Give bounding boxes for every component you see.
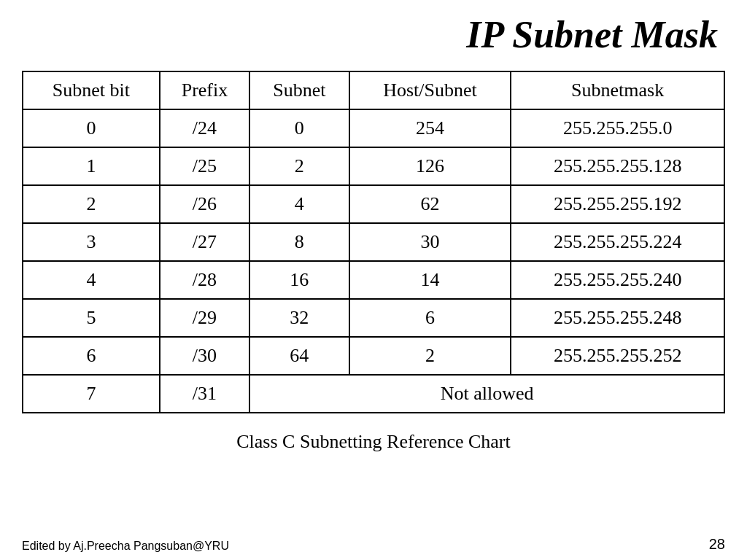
cell-subnetmask: 255.255.255.248 <box>511 299 724 337</box>
cell-subnetmask: 255.255.255.128 <box>511 147 724 185</box>
cell-host-subnet: 14 <box>349 261 511 299</box>
cell-subnetmask: 255.255.255.224 <box>511 223 724 261</box>
table-row: 3/27830255.255.255.224 <box>23 223 724 261</box>
cell-subnetmask: 255.255.255.192 <box>511 185 724 223</box>
cell-host-subnet: 30 <box>349 223 511 261</box>
cell-host-subnet: 2 <box>349 337 511 375</box>
table-row: 1/252126255.255.255.128 <box>23 147 724 185</box>
cell-subnet-bit: 2 <box>23 185 160 223</box>
col-header-subnet: Subnet <box>249 71 349 109</box>
col-header-host-subnet: Host/Subnet <box>349 71 511 109</box>
col-header-prefix: Prefix <box>160 71 249 109</box>
cell-subnet-bit: 3 <box>23 223 160 261</box>
subnet-table: Subnet bit Prefix Subnet Host/Subnet Sub… <box>22 71 725 413</box>
cell-host-subnet: 6 <box>349 299 511 337</box>
cell-not-allowed: Not allowed <box>249 375 724 413</box>
cell-host-subnet: 254 <box>349 109 511 147</box>
cell-prefix: /29 <box>160 299 249 337</box>
cell-subnet: 16 <box>249 261 349 299</box>
cell-prefix: /25 <box>160 147 249 185</box>
cell-subnetmask: 255.255.255.0 <box>511 109 724 147</box>
cell-subnet: 8 <box>249 223 349 261</box>
footer-credit: Edited by Aj.Preecha Pangsuban@YRU <box>22 540 229 553</box>
cell-prefix: /30 <box>160 337 249 375</box>
cell-prefix: /28 <box>160 261 249 299</box>
cell-subnet-bit: 0 <box>23 109 160 147</box>
cell-subnet-bit: 4 <box>23 261 160 299</box>
chart-subtitle: Class C Subnetting Reference Chart <box>0 421 747 457</box>
table-row: 0/240254255.255.255.0 <box>23 109 724 147</box>
cell-prefix: /24 <box>160 109 249 147</box>
page-title: IP Subnet Mask <box>0 0 747 63</box>
cell-prefix: /27 <box>160 223 249 261</box>
table-row: 2/26462255.255.255.192 <box>23 185 724 223</box>
cell-host-subnet: 126 <box>349 147 511 185</box>
col-header-subnetmask: Subnetmask <box>511 71 724 109</box>
cell-host-subnet: 62 <box>349 185 511 223</box>
cell-subnet: 0 <box>249 109 349 147</box>
table-container: Subnet bit Prefix Subnet Host/Subnet Sub… <box>0 63 747 421</box>
table-row: 6/30642255.255.255.252 <box>23 337 724 375</box>
cell-subnetmask: 255.255.255.252 <box>511 337 724 375</box>
cell-subnet-bit: 5 <box>23 299 160 337</box>
table-row: 7/31Not allowed <box>23 375 724 413</box>
footer: Edited by Aj.Preecha Pangsuban@YRU 28 <box>22 536 725 553</box>
cell-subnet: 4 <box>249 185 349 223</box>
cell-subnet: 32 <box>249 299 349 337</box>
footer-page: 28 <box>709 536 725 553</box>
col-header-subnet-bit: Subnet bit <box>23 71 160 109</box>
cell-prefix: /26 <box>160 185 249 223</box>
table-row: 4/281614255.255.255.240 <box>23 261 724 299</box>
cell-subnet-bit: 6 <box>23 337 160 375</box>
cell-prefix: /31 <box>160 375 249 413</box>
cell-subnet-bit: 7 <box>23 375 160 413</box>
cell-subnet-bit: 1 <box>23 147 160 185</box>
cell-subnetmask: 255.255.255.240 <box>511 261 724 299</box>
table-row: 5/29326255.255.255.248 <box>23 299 724 337</box>
cell-subnet: 2 <box>249 147 349 185</box>
cell-subnet: 64 <box>249 337 349 375</box>
table-header-row: Subnet bit Prefix Subnet Host/Subnet Sub… <box>23 71 724 109</box>
